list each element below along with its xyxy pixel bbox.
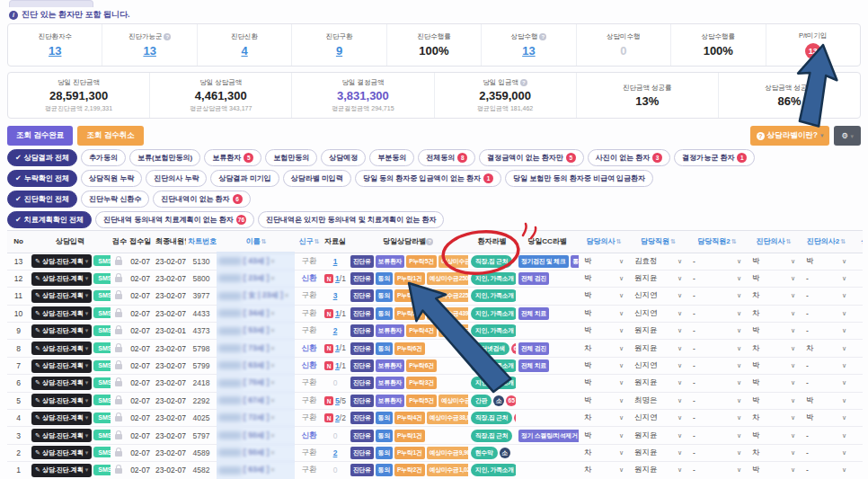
filter-pill[interactable]: 상담라벨 미입력	[283, 170, 351, 187]
sms-button[interactable]: SMS	[93, 255, 111, 266]
diag-doctor-select[interactable]: 박∨	[747, 323, 801, 340]
col-header[interactable]: 진단의사⇅	[747, 231, 801, 253]
sort-icon[interactable]: ⇅	[840, 238, 846, 244]
sms-button[interactable]: SMS	[93, 412, 111, 423]
sort-icon[interactable]: ⇅	[670, 238, 676, 244]
filter-pill[interactable]: 당일 보험만 동의 환자중 비급여 입금환자	[505, 170, 653, 187]
diag-doctor-select[interactable]: 차∨	[747, 410, 801, 427]
filter-pill[interactable]: 진단내역 동의내역 치료계획이 없는 환자76	[95, 211, 254, 228]
diag-doctor-select[interactable]: 박∨	[747, 357, 801, 374]
col-header[interactable]: 차트번호⇅	[186, 231, 217, 253]
staff-select[interactable]: 원지윤∨	[629, 270, 687, 287]
doctor-select[interactable]: 차∨	[579, 410, 629, 427]
consult-label-help-button[interactable]: ? 상담라벨이란? ▾	[750, 126, 830, 146]
stat-value[interactable]: 4	[241, 44, 247, 58]
diag-doctor-select[interactable]: 박∨	[747, 253, 801, 270]
col-header[interactable]: 신구⇅	[296, 231, 323, 253]
col-header[interactable]: 진단의사2⇅	[801, 231, 852, 253]
filter-pill[interactable]: 당일 동의 환자중 입금액이 없는 환자1	[355, 170, 501, 187]
stat-value[interactable]: 13	[49, 44, 61, 58]
staff2-select[interactable]: -∨	[687, 392, 747, 409]
col-header[interactable]: 상담직원⇅	[852, 231, 863, 253]
staff-select[interactable]: 김효정∨	[629, 253, 687, 270]
consult-entry-button[interactable]: ✎상담.진단.계획▾	[31, 359, 92, 373]
diag-doctor-select[interactable]: 박∨	[747, 392, 801, 409]
filter-pill[interactable]: 상담직원 누락	[81, 170, 142, 187]
diag-doctor2-select[interactable]: 박∨	[801, 253, 852, 270]
consult-entry-button[interactable]: ✎상담.진단.계획▾	[31, 464, 92, 477]
sort-icon[interactable]: ⇅	[261, 238, 267, 244]
staff-select[interactable]: 원지윤∨	[629, 462, 687, 479]
filter-pill[interactable]: 사진이 없는 환자3	[588, 149, 670, 166]
patient-name-cell[interactable]: [ 50세 ] ▾	[217, 444, 296, 461]
filter-pill[interactable]: ✔치료계획확인 전체	[7, 211, 92, 228]
staff-select[interactable]: 신지연∨	[629, 410, 687, 427]
diag-doctor-select[interactable]: 차∨	[747, 305, 801, 322]
col-header[interactable]: 담당의사⇅	[579, 231, 629, 253]
patient-name-cell[interactable]: [ 34세 ] ▾	[217, 305, 296, 322]
filter-pill[interactable]: ✔진단확인 전체	[7, 191, 77, 208]
staff-select[interactable]: 신지연∨	[629, 288, 687, 305]
filter-pill[interactable]: 진단의사 누락	[146, 170, 207, 187]
patient-name-cell[interactable]: [ 23세 ] ▾	[217, 270, 296, 287]
filter-pill[interactable]: 상담결과 미기입	[210, 170, 279, 187]
staff2-select[interactable]: -∨	[687, 323, 747, 340]
consult-entry-button[interactable]: ✎상담.진단.계획▾	[31, 254, 92, 268]
filter-pill[interactable]: 진단누락 신환수	[81, 191, 149, 208]
diag-doctor2-select[interactable]: -∨	[801, 288, 852, 305]
archive-link[interactable]: 2	[333, 326, 338, 335]
filter-pill[interactable]: 결정금액이 없는 환자만5	[479, 149, 583, 166]
consult-entry-button[interactable]: ✎상담.진단.계획▾	[31, 306, 92, 320]
filter-pill[interactable]: 보험만동의	[265, 149, 317, 166]
doctor-select[interactable]: 박∨	[579, 357, 629, 374]
filter-pill[interactable]: 결정가능군 환자1	[674, 149, 755, 166]
settings-button[interactable]: ⚙ ▾	[834, 126, 861, 146]
staff2-select[interactable]: -∨	[687, 444, 747, 461]
sort-icon[interactable]: ⇅	[731, 238, 737, 244]
staff-select[interactable]: 원지윤∨	[629, 340, 687, 357]
patient-name-cell[interactable]: [ 50세 ] ▾	[217, 427, 296, 444]
consult-entry-button[interactable]: ✎상담.진단.계획▾	[31, 394, 92, 407]
doctor-select[interactable]: 박∨	[579, 305, 629, 322]
sms-button[interactable]: SMS	[93, 447, 111, 457]
patient-name-cell[interactable]: [ 女 | 23세 ] ▾	[217, 288, 296, 305]
consult-entry-button[interactable]: ✎상담.진단.계획▾	[31, 272, 92, 286]
filter-pill[interactable]: 전체동의8	[418, 149, 475, 166]
filter-pill[interactable]: ✔상담결과 전체	[7, 149, 77, 166]
sort-icon[interactable]: ⇅	[616, 238, 622, 244]
review-complete-button[interactable]: 조회 검수완료	[7, 126, 73, 146]
col-header[interactable]: 담당직원2⇅	[687, 231, 747, 253]
diag-doctor-select[interactable]: 박∨	[747, 270, 801, 287]
doctor-select[interactable]: 차∨	[579, 444, 629, 461]
diag-doctor2-select[interactable]: -∨	[801, 305, 852, 322]
consult-entry-button[interactable]: ✎상담.진단.계획▾	[31, 324, 92, 338]
patient-name-cell[interactable]: [ 63세 ] ▾	[217, 357, 296, 374]
doctor-select[interactable]: 박∨	[579, 288, 629, 305]
doctor-select[interactable]: 박∨	[579, 323, 629, 340]
stat-value[interactable]: 13	[522, 44, 535, 58]
diag-doctor2-select[interactable]: -∨	[801, 323, 852, 340]
sort-icon[interactable]: ⇅	[786, 238, 792, 244]
stat-value[interactable]: 9	[336, 44, 342, 58]
doctor-select[interactable]: 박∨	[579, 253, 629, 270]
patient-name-cell[interactable]: [ 63세 ] ▾	[217, 462, 296, 479]
doctor-select[interactable]: 차∨	[579, 462, 629, 479]
staff2-select[interactable]: -∨	[687, 427, 747, 444]
doctor-select[interactable]: 차∨	[579, 340, 629, 357]
diag-doctor2-select[interactable]: -∨	[801, 357, 852, 374]
consult-entry-button[interactable]: ✎상담.진단.계획▾	[31, 446, 92, 459]
patient-name-cell[interactable]: [ 73세 ] ▾	[217, 340, 296, 357]
staff-select[interactable]: 원지윤∨	[629, 427, 687, 444]
staff-select[interactable]: 신지연∨	[629, 357, 687, 374]
archive-link[interactable]: 1	[333, 257, 338, 266]
archive-link[interactable]: 2	[333, 448, 338, 457]
filter-pill[interactable]: 보류(보험만동의)	[129, 149, 200, 166]
consult-entry-button[interactable]: ✎상담.진단.계획▾	[31, 412, 92, 425]
patient-name-cell[interactable]: [ 70세 ] ▾	[217, 375, 296, 392]
staff2-select[interactable]: -∨	[687, 375, 747, 392]
count-badge[interactable]: 13	[805, 43, 821, 59]
doctor-select[interactable]: 박∨	[579, 270, 629, 287]
staff-select[interactable]: 신지연∨	[629, 305, 687, 322]
sms-button[interactable]: SMS	[93, 395, 111, 405]
col-header[interactable]: 이름⇅	[217, 231, 296, 253]
